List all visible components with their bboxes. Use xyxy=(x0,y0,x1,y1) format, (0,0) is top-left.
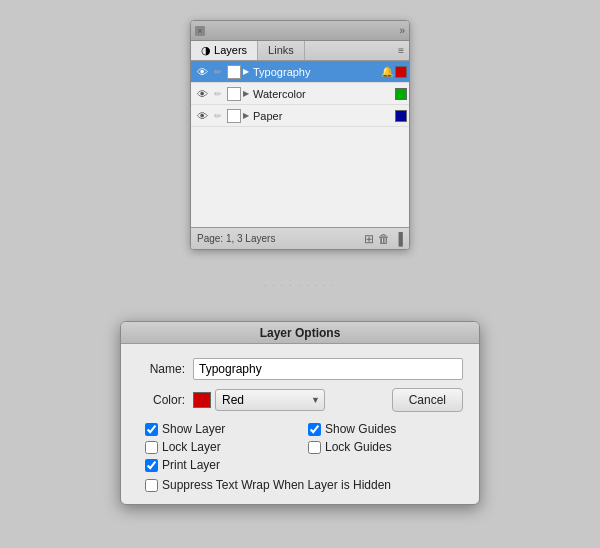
layer-thumbnail xyxy=(227,109,241,123)
footer-page-info: Page: 1, 3 Layers xyxy=(197,233,275,244)
layer-expand-arrow[interactable]: ▶ xyxy=(243,89,253,98)
show-layer-label[interactable]: Show Layer xyxy=(162,422,225,436)
panel-footer: Page: 1, 3 Layers ⊞ 🗑 ▐ xyxy=(191,227,409,249)
color-label: Color: xyxy=(137,393,185,407)
footer-icons: ⊞ 🗑 ▐ xyxy=(364,232,403,246)
color-select-wrapper: Red Blue Green Yellow Cyan Magenta Black… xyxy=(215,389,325,411)
panel-titlebar: × » xyxy=(191,21,409,41)
print-layer-label[interactable]: Print Layer xyxy=(162,458,220,472)
lock-layer-checkbox[interactable] xyxy=(145,441,158,454)
lock-guides-checkbox[interactable] xyxy=(308,441,321,454)
layers-empty-area xyxy=(191,127,409,227)
delete-layer-icon[interactable]: 🗑 xyxy=(378,232,390,246)
lock-guides-label[interactable]: Lock Guides xyxy=(325,440,392,454)
suppress-row: Suppress Text Wrap When Layer is Hidden xyxy=(145,478,463,492)
dialog-titlebar: Layer Options xyxy=(121,322,479,344)
layers-options-icon[interactable]: ▐ xyxy=(394,232,403,246)
name-label: Name: xyxy=(137,362,185,376)
show-layer-checkbox-row: Show Layer xyxy=(145,422,300,436)
layers-panel: × » ◑ Layers Links ≡ 👁 ✏ ▶ Typography 🔔 … xyxy=(190,20,410,250)
lock-layer-label[interactable]: Lock Layer xyxy=(162,440,221,454)
layer-row[interactable]: 👁 ✏ ▶ Typography 🔔 xyxy=(191,61,409,83)
layer-name: Paper xyxy=(253,110,395,122)
panel-close-button[interactable]: × xyxy=(195,26,205,36)
layers-list: 👁 ✏ ▶ Typography 🔔 👁 ✏ ▶ Watercolor 👁 ✏ … xyxy=(191,61,409,227)
name-row: Name: xyxy=(137,358,463,380)
layer-color-swatch xyxy=(395,88,407,100)
tab-layers[interactable]: ◑ Layers xyxy=(191,41,258,60)
layer-row[interactable]: 👁 ✏ ▶ Watercolor xyxy=(191,83,409,105)
layer-thumbnail xyxy=(227,87,241,101)
show-layer-checkbox[interactable] xyxy=(145,423,158,436)
cancel-button[interactable]: Cancel xyxy=(392,388,463,412)
scroll-indicator: · · · · · · · · · xyxy=(264,281,336,290)
lock-guides-checkbox-row: Lock Guides xyxy=(308,440,463,454)
layer-visibility-icon[interactable]: 👁 xyxy=(193,63,211,81)
suppress-wrap-checkbox[interactable] xyxy=(145,479,158,492)
layer-expand-arrow[interactable]: ▶ xyxy=(243,67,253,76)
layer-thumbnail xyxy=(227,65,241,79)
suppress-wrap-label[interactable]: Suppress Text Wrap When Layer is Hidden xyxy=(162,478,391,492)
layer-color-swatch xyxy=(395,110,407,122)
checkboxes-area: Show Layer Show Guides Lock Layer Lock G… xyxy=(145,422,463,472)
print-layer-checkbox-row: Print Layer xyxy=(145,458,300,472)
layer-name: Typography xyxy=(253,66,381,78)
layer-bell-icon: 🔔 xyxy=(381,66,393,77)
layer-visibility-icon[interactable]: 👁 xyxy=(193,85,211,103)
panel-expand-button[interactable]: » xyxy=(399,25,405,36)
show-guides-checkbox[interactable] xyxy=(308,423,321,436)
name-input[interactable] xyxy=(193,358,463,380)
panel-menu-icon[interactable]: ≡ xyxy=(393,41,409,60)
tab-links[interactable]: Links xyxy=(258,41,305,60)
new-layer-icon[interactable]: ⊞ xyxy=(364,232,374,246)
show-guides-label[interactable]: Show Guides xyxy=(325,422,396,436)
layer-pencil-icon[interactable]: ✏ xyxy=(211,65,225,79)
print-layer-checkbox[interactable] xyxy=(145,459,158,472)
color-swatch[interactable] xyxy=(193,392,211,408)
lock-layer-checkbox-row: Lock Layer xyxy=(145,440,300,454)
layer-name: Watercolor xyxy=(253,88,395,100)
dialog-body: Name: Color: Red Blue Green Yellow Cyan … xyxy=(121,344,479,504)
layer-pencil-icon[interactable]: ✏ xyxy=(211,109,225,123)
color-row: Color: Red Blue Green Yellow Cyan Magent… xyxy=(137,388,463,412)
layer-options-dialog: Layer Options Name: Color: Red Blue Gree… xyxy=(120,321,480,505)
layer-visibility-icon[interactable]: 👁 xyxy=(193,107,211,125)
show-guides-checkbox-row: Show Guides xyxy=(308,422,463,436)
panel-tabs: ◑ Layers Links ≡ xyxy=(191,41,409,61)
layer-color-swatch xyxy=(395,66,407,78)
layer-expand-arrow[interactable]: ▶ xyxy=(243,111,253,120)
layer-pencil-icon[interactable]: ✏ xyxy=(211,87,225,101)
layer-row[interactable]: 👁 ✏ ▶ Paper xyxy=(191,105,409,127)
color-select[interactable]: Red Blue Green Yellow Cyan Magenta Black… xyxy=(215,389,325,411)
